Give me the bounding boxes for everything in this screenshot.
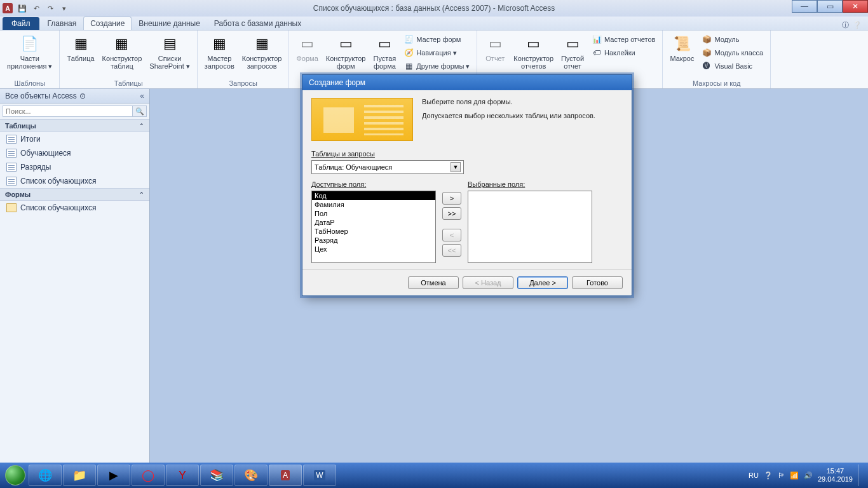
nav-item[interactable]: Обучающиеся bbox=[0, 146, 149, 160]
navigation-pane: Все объекты Access ⊙ « 🔍 Таблицы⌃ИтогиОб… bbox=[0, 89, 150, 463]
list-item[interactable]: Пол bbox=[312, 209, 435, 218]
tab-главная[interactable]: Главная bbox=[41, 17, 84, 30]
file-tab[interactable]: Файл bbox=[3, 17, 39, 30]
tray-flag-icon[interactable]: 🏳 bbox=[778, 471, 785, 479]
finish-button[interactable]: Готово bbox=[572, 276, 623, 289]
nav-section-Таблицы[interactable]: Таблицы⌃ bbox=[0, 119, 149, 132]
list-item[interactable]: Фамилия bbox=[312, 200, 435, 209]
search-input[interactable] bbox=[3, 105, 133, 117]
report-label: Отчет bbox=[485, 55, 505, 62]
ribbon-blank-report[interactable]: ▭Пустой отчет bbox=[558, 32, 587, 72]
taskbar-paint[interactable]: 🎨 bbox=[234, 464, 268, 486]
ribbon-blank-form[interactable]: ▭Пустая форма bbox=[370, 32, 399, 72]
nav-item[interactable]: Список обучающихся bbox=[0, 174, 149, 188]
taskbar-opera[interactable]: ◯ bbox=[132, 464, 165, 486]
combo-value: Таблица: Обучающиеся bbox=[315, 163, 392, 171]
move-left-button[interactable]: < bbox=[442, 229, 461, 241]
back-button[interactable]: < Назад bbox=[463, 276, 513, 289]
nav-pane-header[interactable]: Все объекты Access ⊙ « bbox=[0, 89, 149, 104]
tab-внешние данные[interactable]: Внешние данные bbox=[132, 17, 207, 30]
ribbon-other-forms[interactable]: ▦Другие формы ▾ bbox=[400, 60, 473, 72]
start-button[interactable] bbox=[3, 463, 28, 488]
nav-dropdown-icon[interactable]: ⊙ bbox=[79, 92, 86, 100]
tray-network-icon[interactable]: 📶 bbox=[790, 471, 799, 480]
ribbon-table[interactable]: ▦Таблица bbox=[64, 32, 97, 64]
nav-section-Формы[interactable]: Формы⌃ bbox=[0, 188, 149, 201]
report-design-icon: ▭ bbox=[524, 34, 544, 54]
ribbon-form-design[interactable]: ▭Конструктор форм bbox=[323, 32, 369, 72]
tab-работа с базами данных[interactable]: Работа с базами данных bbox=[207, 17, 308, 30]
ribbon-report-wizard[interactable]: 📊Мастер отчетов bbox=[588, 33, 658, 46]
ribbon-app-parts[interactable]: 📄Части приложения ▾ bbox=[4, 32, 55, 72]
labels-icon: 🏷 bbox=[592, 48, 602, 58]
ribbon-labels[interactable]: 🏷Наклейки bbox=[588, 46, 658, 59]
tray-help-icon[interactable]: ❔ bbox=[764, 471, 773, 480]
qat-dropdown-icon[interactable]: ▾ bbox=[58, 3, 70, 14]
clock[interactable]: 15:47 29.04.2019 bbox=[818, 467, 853, 484]
selected-fields-list[interactable] bbox=[468, 191, 592, 263]
help-icon[interactable]: ❔ bbox=[853, 21, 862, 29]
quick-access-toolbar: 💾 ↶ ↷ ▾ bbox=[17, 3, 70, 14]
taskbar-word[interactable]: W bbox=[303, 464, 336, 486]
macro-icon: 📜 bbox=[672, 34, 692, 54]
move-right-button[interactable]: > bbox=[442, 192, 461, 205]
ribbon-sharepoint-lists[interactable]: ▤Списки SharePoint ▾ bbox=[146, 32, 193, 72]
move-all-right-button[interactable]: >> bbox=[442, 207, 461, 220]
lang-indicator[interactable]: RU bbox=[749, 471, 759, 479]
list-item[interactable]: Код bbox=[312, 191, 435, 200]
list-item[interactable]: ТабНомер bbox=[312, 227, 435, 236]
tray-volume-icon[interactable]: 🔊 bbox=[804, 471, 813, 480]
nav-item[interactable]: Итоги bbox=[0, 132, 149, 146]
ribbon-report-design[interactable]: ▭Конструктор отчетов bbox=[510, 32, 557, 72]
report-wizard-icon: 📊 bbox=[592, 34, 602, 44]
clock-time: 15:47 bbox=[818, 467, 853, 475]
taskbar-ie[interactable]: 🌐 bbox=[29, 464, 62, 486]
ribbon-navigation[interactable]: 🧭Навигация ▾ bbox=[400, 46, 473, 59]
search-icon[interactable]: 🔍 bbox=[133, 105, 147, 117]
form-wizard-label: Мастер форм bbox=[416, 36, 461, 43]
list-item[interactable]: ДатаР bbox=[312, 218, 435, 227]
tab-создание[interactable]: Создание bbox=[83, 17, 132, 30]
ribbon-visual-basic[interactable]: 🅥Visual Basic bbox=[698, 60, 766, 72]
cancel-button[interactable]: Отмена bbox=[408, 276, 459, 289]
nav-item[interactable]: Разряды bbox=[0, 160, 149, 174]
ribbon-group-Запросы: Запросы bbox=[201, 79, 285, 88]
list-item[interactable]: Цех bbox=[312, 245, 435, 254]
chevron-down-icon[interactable]: ▼ bbox=[451, 162, 461, 172]
taskbar-media[interactable]: ▶ bbox=[97, 464, 130, 486]
ribbon-query-wizard[interactable]: ▦Мастер запросов bbox=[201, 32, 238, 72]
ribbon-form-wizard[interactable]: 🧾Мастер форм bbox=[400, 33, 473, 46]
blank-report-label: Пустой отчет bbox=[561, 55, 584, 70]
taskbar-yandex[interactable]: Y bbox=[166, 464, 199, 486]
ribbon-module[interactable]: 📦Модуль bbox=[698, 33, 766, 46]
maximize-button[interactable]: ▭ bbox=[817, 0, 843, 13]
visual-basic-icon: 🅥 bbox=[702, 61, 712, 71]
ribbon-query-design[interactable]: ▦Конструктор запросов bbox=[239, 32, 285, 72]
taskbar-winrar[interactable]: 📚 bbox=[200, 464, 233, 486]
nav-item[interactable]: Список обучающихся bbox=[0, 201, 149, 215]
app-parts-icon: 📄 bbox=[20, 34, 40, 54]
show-desktop-button[interactable] bbox=[858, 464, 863, 486]
available-fields-list[interactable]: КодФамилияПолДатаРТабНомерРазрядЦех bbox=[311, 191, 436, 263]
move-all-left-button[interactable]: << bbox=[442, 244, 461, 257]
tables-queries-combo[interactable]: Таблица: Обучающиеся ▼ bbox=[311, 160, 464, 174]
ribbon-class-module[interactable]: 📦Модуль класса bbox=[698, 46, 766, 59]
ribbon-table-design[interactable]: ▦Конструктор таблиц bbox=[99, 32, 146, 72]
table-icon bbox=[6, 177, 17, 186]
minimize-button[interactable]: ― bbox=[792, 0, 817, 13]
ribbon-form[interactable]: ▭Форма bbox=[293, 32, 321, 64]
ribbon-report[interactable]: ▭Отчет bbox=[481, 32, 509, 64]
ribbon-macro[interactable]: 📜Макрос bbox=[667, 32, 697, 64]
close-button[interactable]: ✕ bbox=[843, 0, 868, 13]
ribbon-group-Таблицы: Таблицы bbox=[64, 79, 193, 88]
list-item[interactable]: Разряд bbox=[312, 236, 435, 245]
query-wizard-icon: ▦ bbox=[209, 34, 229, 54]
next-button[interactable]: Далее > bbox=[517, 276, 568, 289]
taskbar-explorer[interactable]: 📁 bbox=[63, 464, 96, 486]
taskbar-access[interactable]: A bbox=[269, 464, 302, 486]
minimize-ribbon-icon[interactable]: ⓘ bbox=[842, 20, 849, 30]
undo-icon[interactable]: ↶ bbox=[31, 3, 42, 14]
redo-icon[interactable]: ↷ bbox=[44, 3, 56, 14]
collapse-icon[interactable]: « bbox=[140, 92, 144, 100]
save-icon[interactable]: 💾 bbox=[17, 3, 28, 14]
